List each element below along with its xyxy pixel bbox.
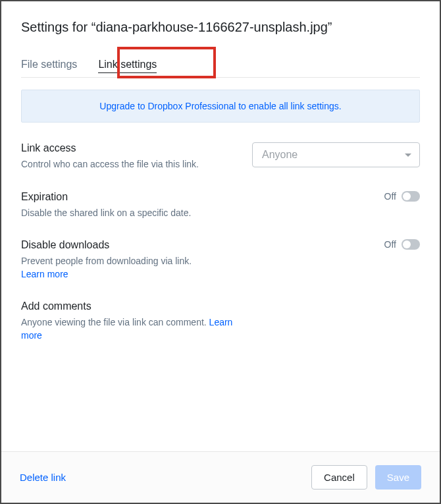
toggle-knob: [403, 192, 411, 200]
link-access-select[interactable]: Anyone: [252, 142, 420, 167]
section-add-comments-left: Add comments Anyone viewing the file via…: [21, 300, 251, 342]
expiration-toggle-wrap: Off: [384, 191, 420, 202]
section-disable-downloads-left: Disable downloads Prevent people from do…: [21, 239, 192, 281]
disable-downloads-desc-text: Prevent people from downloading via link…: [21, 256, 192, 266]
expiration-toggle-label: Off: [384, 191, 396, 202]
dialog-title: Settings for “diana-parkhouse-1166627-un…: [21, 20, 420, 35]
dialog-footer: Delete link Cancel Save: [1, 451, 440, 503]
disable-downloads-learn-more[interactable]: Learn more: [21, 269, 68, 279]
tabs: File settings Link settings: [21, 56, 420, 78]
footer-actions: Cancel Save: [311, 465, 421, 490]
disable-downloads-desc: Prevent people from downloading via link…: [21, 255, 192, 281]
section-add-comments: Add comments Anyone viewing the file via…: [21, 300, 420, 342]
expiration-title: Expiration: [21, 191, 191, 203]
add-comments-desc: Anyone viewing the file via link can com…: [21, 316, 251, 342]
link-access-selected: Anyone: [262, 149, 298, 161]
section-expiration: Expiration Disable the shared link on a …: [21, 191, 420, 220]
link-access-desc: Control who can access the file via this…: [21, 158, 199, 171]
expiration-desc: Disable the shared link on a specific da…: [21, 207, 191, 220]
disable-downloads-toggle-label: Off: [384, 239, 396, 250]
add-comments-desc-text: Anyone viewing the file via link can com…: [21, 317, 209, 327]
dialog-body: Settings for “diana-parkhouse-1166627-un…: [1, 1, 440, 451]
add-comments-title: Add comments: [21, 300, 251, 312]
settings-dialog: Settings for “diana-parkhouse-1166627-un…: [0, 0, 441, 504]
section-link-access: Link access Control who can access the f…: [21, 142, 420, 171]
disable-downloads-title: Disable downloads: [21, 239, 192, 251]
delete-link[interactable]: Delete link: [20, 472, 66, 483]
save-button[interactable]: Save: [375, 465, 421, 490]
tab-link-settings[interactable]: Link settings: [98, 56, 157, 77]
section-disable-downloads: Disable downloads Prevent people from do…: [21, 239, 420, 281]
disable-downloads-toggle[interactable]: [402, 239, 420, 250]
tab-file-settings[interactable]: File settings: [21, 56, 77, 77]
section-link-access-left: Link access Control who can access the f…: [21, 142, 199, 171]
section-expiration-left: Expiration Disable the shared link on a …: [21, 191, 191, 220]
chevron-down-icon: [405, 154, 411, 157]
link-access-title: Link access: [21, 142, 199, 154]
expiration-toggle[interactable]: [402, 191, 420, 202]
cancel-button[interactable]: Cancel: [311, 465, 367, 490]
upgrade-banner[interactable]: Upgrade to Dropbox Professional to enabl…: [21, 90, 420, 123]
disable-downloads-toggle-wrap: Off: [384, 239, 420, 250]
toggle-knob: [403, 240, 411, 248]
